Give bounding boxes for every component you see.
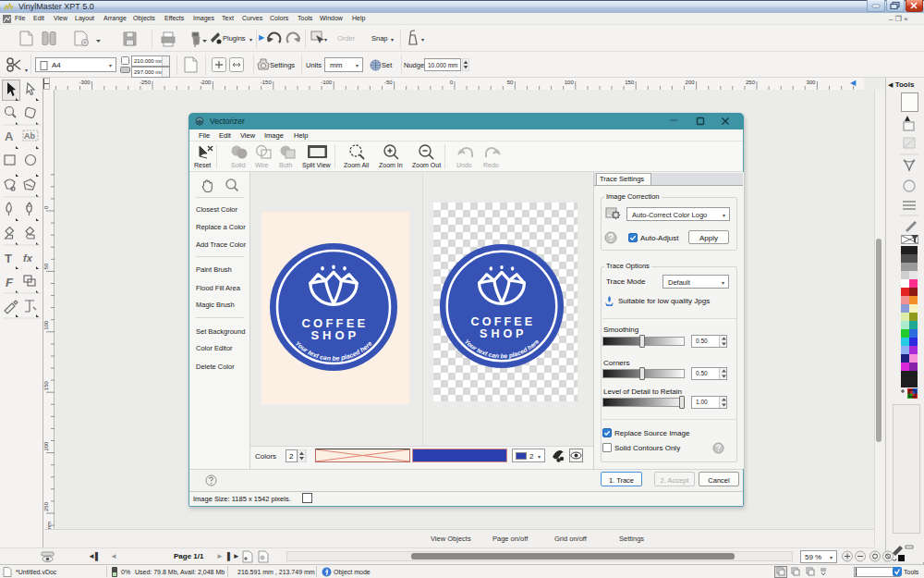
svg-text:200: 200 [43, 441, 49, 451]
svg-text:F: F [6, 276, 14, 289]
svg-text:T: T [5, 252, 12, 265]
svg-text:50: 50 [507, 80, 514, 85]
svg-text:250: 250 [43, 501, 49, 511]
svg-text:-300: -300 [79, 80, 91, 85]
svg-text:-50: -50 [384, 80, 393, 85]
svg-text:100: 100 [43, 320, 49, 330]
svg-text:150: 150 [43, 381, 49, 391]
svg-text:Ab: Ab [24, 131, 35, 141]
svg-text:250: 250 [746, 80, 756, 85]
svg-text:150: 150 [625, 80, 635, 85]
svg-text:300: 300 [806, 80, 816, 85]
svg-text:0: 0 [43, 205, 49, 209]
svg-text:0: 0 [450, 80, 454, 85]
svg-text:200: 200 [686, 80, 696, 85]
svg-text:-150: -150 [261, 80, 273, 85]
svg-text:-250: -250 [140, 80, 152, 85]
svg-text:A: A [5, 129, 14, 143]
svg-text:-100: -100 [321, 80, 333, 85]
svg-text:50: 50 [43, 263, 49, 269]
svg-text:-200: -200 [200, 80, 212, 85]
svg-text:100: 100 [565, 80, 575, 85]
svg-text:fx: fx [23, 252, 33, 264]
